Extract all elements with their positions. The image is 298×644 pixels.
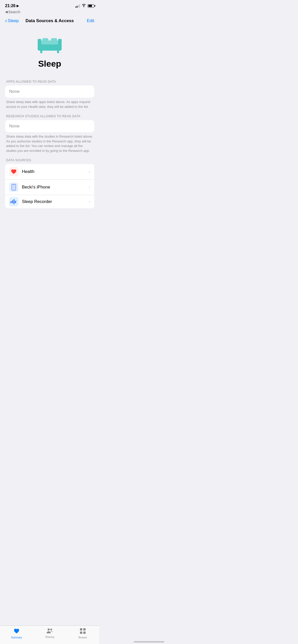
- data-sources-card: Health › Becki's iPhone ›: [5, 164, 94, 208]
- svg-rect-4: [42, 38, 48, 42]
- research-studies-none: None: [5, 120, 94, 132]
- sleep-recorder-icon: [9, 197, 18, 206]
- svg-rect-1: [38, 39, 41, 46]
- source-sleep-recorder[interactable]: Sleep Recorder ›: [5, 195, 94, 208]
- navigation-bar: ‹ Sleep Data Sources & Access Edit: [0, 16, 99, 27]
- back-button[interactable]: ‹ Sleep: [5, 18, 23, 24]
- data-sources-label: DATA SOURCES: [5, 158, 94, 162]
- signal-bars: [75, 4, 80, 8]
- apps-allowed-card: None: [5, 85, 94, 98]
- iphone-icon: [9, 183, 18, 192]
- iphone-source-name: Becki's iPhone: [22, 185, 85, 190]
- svg-rect-6: [40, 50, 42, 53]
- location-icon: ▶: [17, 4, 19, 8]
- back-chevron: ◀: [5, 10, 8, 14]
- main-content: APPS ALLOWED TO READ DATA None Share sle…: [0, 80, 99, 208]
- signal-bar-4: [79, 4, 80, 8]
- signal-bar-3: [78, 5, 79, 8]
- sleep-recorder-chevron: ›: [89, 199, 90, 204]
- sleep-icon: [36, 33, 64, 55]
- battery-icon: [88, 4, 94, 8]
- apps-allowed-none: None: [5, 85, 94, 98]
- search-back-label: Search: [8, 10, 20, 14]
- source-health[interactable]: Health ›: [5, 164, 94, 180]
- status-bar: 21:26 ▶: [0, 0, 99, 9]
- back-button-label: Sleep: [8, 18, 19, 23]
- time-display: 21:26: [5, 4, 16, 8]
- svg-rect-11: [13, 184, 15, 185]
- apps-allowed-description: Share sleep data with apps listed above.…: [5, 100, 94, 109]
- apps-allowed-label: APPS ALLOWED TO READ DATA: [5, 80, 94, 83]
- research-studies-label: RESEARCH STUDIES ALLOWED TO READ DATA: [5, 114, 94, 118]
- health-icon: [9, 167, 18, 176]
- svg-rect-5: [51, 38, 57, 42]
- svg-point-10: [13, 189, 14, 190]
- wifi-icon: [82, 4, 86, 8]
- source-iphone[interactable]: Becki's iPhone ›: [5, 180, 94, 195]
- signal-bar-2: [77, 6, 77, 8]
- status-icons: [75, 4, 94, 8]
- research-studies-description: Share sleep data with the studies in Res…: [5, 134, 94, 153]
- research-studies-card: None: [5, 120, 94, 132]
- svg-rect-9: [12, 185, 15, 189]
- page-title: Data Sources & Access: [25, 18, 74, 23]
- health-chevron: ›: [89, 169, 90, 174]
- iphone-chevron: ›: [89, 185, 90, 189]
- hero-section: Sleep: [0, 27, 99, 75]
- back-chevron-icon: ‹: [5, 18, 7, 24]
- sleep-recorder-name: Sleep Recorder: [22, 199, 85, 204]
- svg-rect-2: [58, 39, 62, 46]
- health-source-name: Health: [22, 169, 85, 174]
- svg-rect-7: [57, 50, 59, 53]
- edit-button[interactable]: Edit: [76, 18, 94, 23]
- search-back[interactable]: ◀ Search: [0, 9, 99, 16]
- signal-bar-1: [75, 7, 76, 8]
- hero-title: Sleep: [38, 59, 61, 69]
- status-time: 21:26 ▶: [5, 4, 19, 8]
- battery-fill: [88, 5, 92, 7]
